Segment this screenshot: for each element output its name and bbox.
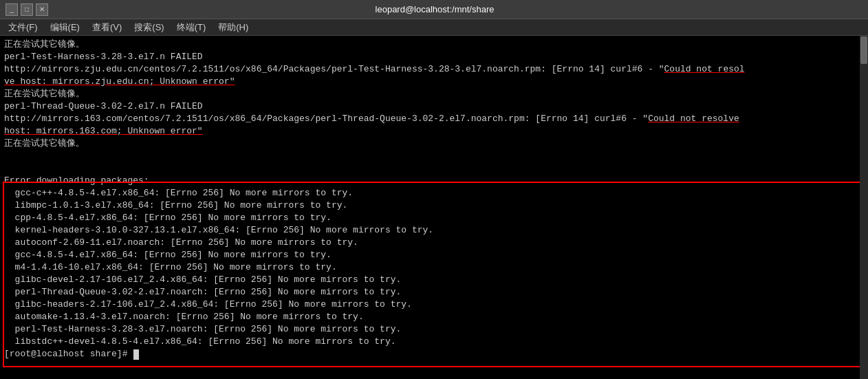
cursor <box>133 349 139 360</box>
scrollbar[interactable] <box>860 36 868 379</box>
terminal-line: http://mirrors.zju.edu.cn/centos/7.2.151… <box>4 63 864 76</box>
window-title: leopard@localhost:/mnt/share <box>48 4 821 14</box>
terminal-line: perl-Thread-Queue-3.02-2.el7.noarch: [Er… <box>4 286 864 299</box>
title-bar: _ □ ✕ leopard@localhost:/mnt/share <box>0 0 868 19</box>
terminal-line: 正在尝试其它镜像。 <box>4 39 864 51</box>
error-text: Could not resol <box>664 64 745 74</box>
terminal-line: autoconf-2.69-11.el7.noarch: [Errno 256]… <box>4 237 864 249</box>
terminal-line: ve host: mirrors.zju.edu.cn; Unknown err… <box>4 76 864 88</box>
maximize-button[interactable]: □ <box>21 3 33 16</box>
terminal-line: perl-Test-Harness-3.28-3.el7.n FAILED <box>4 51 864 63</box>
menu-edit[interactable]: 编辑(E) <box>45 20 85 35</box>
terminal-line: glibc-devel-2.17-106.el7_2.4.x86_64: [Er… <box>4 274 864 286</box>
terminal-line: gcc-4.8.5-4.el7.x86_64: [Errno 256] No m… <box>4 249 864 261</box>
prompt-line[interactable]: [root@localhost share]# <box>4 348 864 360</box>
minimize-button[interactable]: _ <box>6 3 18 16</box>
terminal-line: m4-1.4.16-10.el7.x86_64: [Errno 256] No … <box>4 261 864 274</box>
terminal-line: gcc-c++-4.8.5-4.el7.x86_64: [Errno 256] … <box>4 187 864 199</box>
scrollbar-thumb[interactable] <box>860 36 867 64</box>
terminal-line: 正在尝试其它镜像。 <box>4 138 864 150</box>
terminal-line: perl-Thread-Queue-3.02-2.el7.n FAILED <box>4 100 864 113</box>
menu-bar: 文件(F) 编辑(E) 查看(V) 搜索(S) 终端(T) 帮助(H) <box>0 19 868 36</box>
terminal-body[interactable]: 正在尝试其它镜像。 perl-Test-Harness-3.28-3.el7.n… <box>0 36 868 379</box>
terminal-line: http://mirrors.163.com/centos/7.2.1511/o… <box>4 113 864 125</box>
terminal-line <box>4 162 864 175</box>
menu-help[interactable]: 帮助(H) <box>213 20 254 35</box>
close-button[interactable]: ✕ <box>36 3 48 16</box>
error-text: Could not resolve <box>648 113 739 124</box>
terminal-line: perl-Test-Harness-3.28-3.el7.noarch: [Er… <box>4 323 864 336</box>
terminal-line <box>4 150 864 162</box>
terminal-line: libstdc++-devel-4.8.5-4.el7.x86_64: [Err… <box>4 336 864 348</box>
terminal-line: automake-1.13.4-3.el7.noarch: [Errno 256… <box>4 311 864 323</box>
prompt-text: [root@localhost share]# <box>4 348 133 360</box>
error-text: ve host: mirrors.zju.edu.cn; Unknown err… <box>4 76 235 87</box>
terminal-line: host: mirrors.163.com; Unknown error" <box>4 125 864 138</box>
terminal-line: cpp-4.8.5-4.el7.x86_64: [Errno 256] No m… <box>4 212 864 224</box>
menu-search[interactable]: 搜索(S) <box>129 20 169 35</box>
menu-view[interactable]: 查看(V) <box>87 20 127 35</box>
menu-terminal[interactable]: 终端(T) <box>171 20 212 35</box>
terminal-line: 正在尝试其它镜像。 <box>4 88 864 100</box>
terminal-line: kernel-headers-3.10.0-327.13.1.el7.x86_6… <box>4 224 864 237</box>
terminal-line: libmpc-1.0.1-3.el7.x86_64: [Errno 256] N… <box>4 199 864 212</box>
terminal-line: glibc-headers-2.17-106.el7_2.4.x86_64: [… <box>4 299 864 311</box>
terminal-line: Error downloading packages: <box>4 175 864 187</box>
error-text: host: mirrors.163.com; Unknown error" <box>4 126 203 136</box>
menu-file[interactable]: 文件(F) <box>3 20 43 35</box>
